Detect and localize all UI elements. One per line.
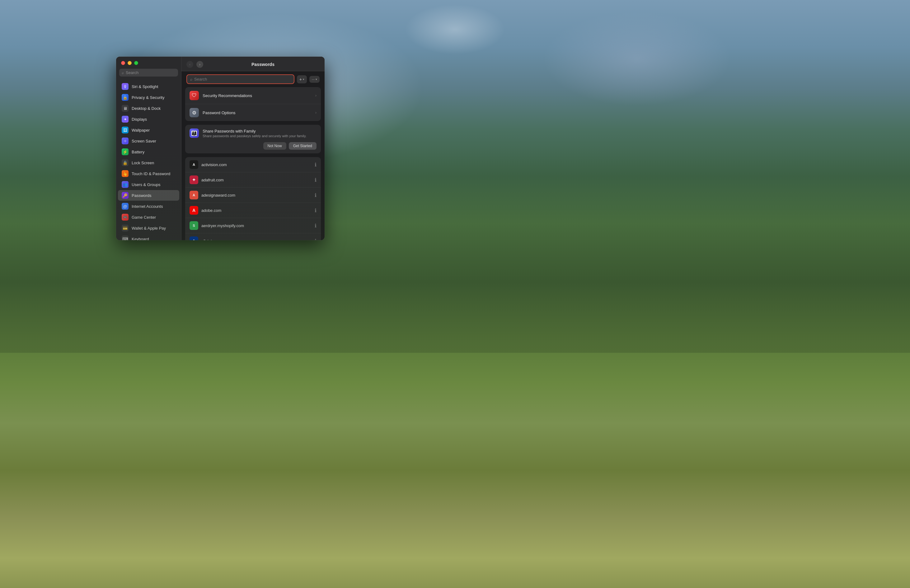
family-share-text: Share Passwords with Family Share passwo…	[203, 129, 317, 138]
passwords-label: Passwords	[132, 193, 152, 198]
password-options-row[interactable]: ⚙ Password Options ›	[185, 104, 321, 121]
sidebar-item-privacy[interactable]: 🔒Privacy & Security	[118, 92, 179, 103]
gamecenter-icon: 🎮	[122, 214, 129, 221]
adesign-site-icon: A	[189, 191, 198, 199]
keyboard-icon: ⌨	[122, 236, 129, 240]
password-row-adafruit[interactable]: ✦adafruit.comℹ	[185, 172, 321, 187]
sidebar-item-lockscreen[interactable]: 🔒Lock Screen	[118, 157, 179, 168]
sidebar: ⌕ 🎙Siri & Spotlight🔒Privacy & Security🖥D…	[116, 57, 181, 240]
allstate-info-button[interactable]: ℹ	[315, 238, 317, 241]
password-opts-chevron: ›	[315, 110, 317, 115]
system-preferences-window: ⌕ 🎙Siri & Spotlight🔒Privacy & Security🖥D…	[116, 57, 325, 240]
desktop: ⌕ 🎙Siri & Spotlight🔒Privacy & Security🖥D…	[0, 0, 910, 588]
main-content: ‹ › Passwords ⌕ + ▾ ··· ▾	[181, 57, 325, 240]
sidebar-item-keyboard[interactable]: ⌨Keyboard	[118, 234, 179, 240]
add-chevron-icon: ▾	[303, 78, 304, 81]
back-icon: ‹	[189, 63, 191, 66]
displays-icon: ✦	[122, 116, 129, 123]
gamecenter-label: Game Center	[132, 215, 156, 220]
sidebar-item-desktop[interactable]: 🖥Desktop & Dock	[118, 103, 179, 113]
close-button[interactable]	[121, 61, 125, 65]
allstate-site-name: allstate.com	[201, 239, 312, 241]
password-row-aerdryer[interactable]: Saerdryer.myshopify.comℹ	[185, 218, 321, 233]
search-icon: ⌕	[190, 77, 192, 81]
sidebar-item-screensaver[interactable]: ✧Screen Saver	[118, 136, 179, 146]
sidebar-item-passwords[interactable]: 🔑Passwords	[118, 190, 179, 201]
wallpaper-label: Wallpaper	[132, 128, 150, 132]
family-share-subtitle: Share passwords and passkeys safely and …	[203, 134, 317, 138]
maximize-button[interactable]	[134, 61, 138, 65]
allstate-site-icon: A	[189, 236, 198, 240]
traffic-lights	[116, 57, 181, 69]
sidebar-item-touchid[interactable]: 👆Touch ID & Password	[118, 168, 179, 179]
battery-icon: ⚡	[122, 149, 129, 155]
search-bar[interactable]: ⌕	[186, 74, 294, 84]
adafruit-site-icon: ✦	[189, 176, 198, 184]
sidebar-item-displays[interactable]: ✦Displays	[118, 114, 179, 124]
more-icon: ···	[312, 78, 315, 81]
adafruit-info-button[interactable]: ℹ	[315, 177, 317, 183]
siri-icon: 🎙	[122, 83, 129, 90]
desktop-icon: 🖥	[122, 105, 129, 112]
sidebar-item-siri[interactable]: 🎙Siri & Spotlight	[118, 81, 179, 92]
sidebar-item-internet[interactable]: @Internet Accounts	[118, 201, 179, 212]
internet-label: Internet Accounts	[132, 204, 163, 209]
search-bar-container: ⌕ + ▾ ··· ▾	[181, 71, 325, 87]
battery-label: Battery	[132, 150, 144, 154]
password-row-adobe[interactable]: Aadobe.comℹ	[185, 203, 321, 218]
touchid-label: Touch ID & Password	[132, 171, 170, 176]
more-options-button[interactable]: ··· ▾	[309, 76, 320, 83]
sidebar-search-input[interactable]	[126, 70, 176, 75]
security-rec-title: Security Recommendations	[203, 93, 312, 98]
family-share-icon: 👨‍👩‍👧	[189, 129, 199, 138]
activision-info-button[interactable]: ℹ	[315, 162, 317, 168]
not-now-button[interactable]: Not Now	[263, 142, 286, 150]
lockscreen-label: Lock Screen	[132, 160, 154, 165]
family-share-buttons: Not Now Get Started	[185, 140, 321, 153]
add-password-button[interactable]: + ▾	[297, 75, 307, 83]
privacy-label: Privacy & Security	[132, 95, 164, 100]
sidebar-item-wallpaper[interactable]: 🖼Wallpaper	[118, 125, 179, 135]
content-area: 🛡 Security Recommendations › ⚙ Password …	[181, 87, 325, 240]
wallet-label: Wallet & Apple Pay	[132, 226, 166, 231]
privacy-icon: 🔒	[122, 94, 129, 101]
family-share-card: 👨‍👩‍👧 Share Passwords with Family Share …	[185, 125, 321, 153]
siri-label: Siri & Spotlight	[132, 84, 158, 89]
get-started-button[interactable]: Get Started	[289, 142, 317, 150]
sidebar-item-users[interactable]: 👥Users & Groups	[118, 179, 179, 190]
internet-icon: @	[122, 203, 129, 210]
security-rec-icon: 🛡	[189, 91, 199, 100]
sidebar-item-battery[interactable]: ⚡Battery	[118, 147, 179, 157]
sidebar-item-gamecenter[interactable]: 🎮Game Center	[118, 212, 179, 223]
screensaver-label: Screen Saver	[132, 139, 156, 144]
nav-back-button[interactable]: ‹	[186, 61, 193, 68]
aerdryer-site-icon: S	[189, 221, 198, 230]
activision-site-name: activision.com	[201, 162, 312, 167]
displays-label: Displays	[132, 117, 147, 122]
password-search-input[interactable]	[194, 77, 291, 81]
family-share-title: Share Passwords with Family	[203, 129, 317, 134]
adobe-site-name: adobe.com	[201, 208, 312, 213]
security-rec-chevron: ›	[315, 93, 317, 98]
screensaver-icon: ✧	[122, 137, 129, 144]
sidebar-search-container[interactable]: ⌕	[119, 69, 178, 76]
nav-forward-button[interactable]: ›	[196, 61, 203, 68]
desktop-label: Desktop & Dock	[132, 106, 161, 111]
password-row-adesign[interactable]: Aadesignaward.comℹ	[185, 187, 321, 203]
aerdryer-site-name: aerdryer.myshopify.com	[201, 223, 312, 228]
adesign-info-button[interactable]: ℹ	[315, 192, 317, 198]
aerdryer-info-button[interactable]: ℹ	[315, 223, 317, 229]
sidebar-item-wallet[interactable]: 💳Wallet & Apple Pay	[118, 223, 179, 233]
minimize-button[interactable]	[128, 61, 132, 65]
adobe-info-button[interactable]: ℹ	[315, 207, 317, 213]
security-recommendations-row[interactable]: 🛡 Security Recommendations ›	[185, 87, 321, 104]
more-chevron-icon: ▾	[315, 78, 317, 81]
password-list: Aactivision.comℹ✦adafruit.comℹAadesignaw…	[185, 157, 321, 240]
password-row-activision[interactable]: Aactivision.comℹ	[185, 157, 321, 172]
adobe-site-icon: A	[189, 206, 198, 215]
activision-site-icon: A	[189, 160, 198, 169]
password-row-allstate[interactable]: Aallstate.comℹ	[185, 233, 321, 240]
sidebar-search-icon: ⌕	[122, 71, 124, 75]
wallet-icon: 💳	[122, 225, 129, 231]
users-label: Users & Groups	[132, 182, 160, 187]
